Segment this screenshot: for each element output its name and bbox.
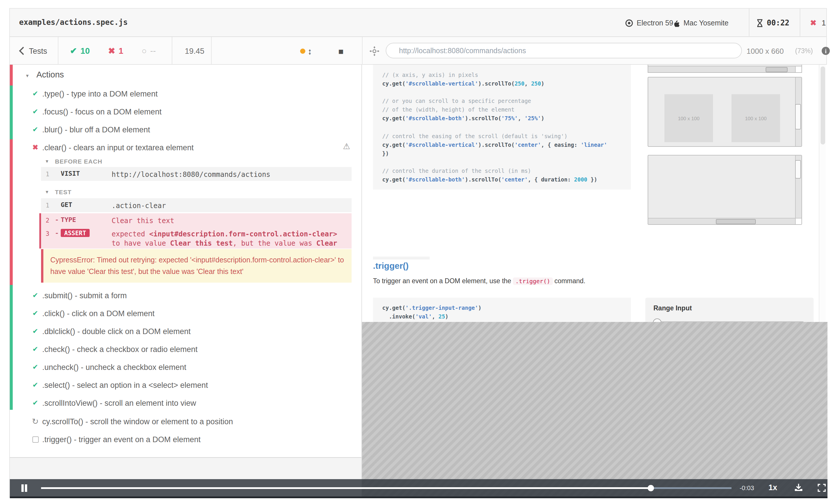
cypress-runner-frame: examples/actions.spec.js Electron 59 Mac…: [9, 8, 827, 498]
check-icon: ✔: [30, 291, 40, 299]
test-item[interactable]: ✔.type() - type into a DOM element: [10, 86, 361, 102]
playback-speed-button[interactable]: 1x: [769, 483, 777, 492]
failures-badge[interactable]: ✖ 1: [810, 9, 826, 37]
spec-title: examples/actions.spec.js: [19, 18, 128, 26]
pending-count: --: [150, 46, 156, 56]
pause-icon[interactable]: [21, 484, 23, 491]
browser-label: Electron 59: [637, 19, 673, 27]
pending-checkbox-icon: [33, 436, 39, 443]
test-item[interactable]: ✔.blur() - blur off a DOM element: [10, 121, 361, 138]
command-row[interactable]: 3-ASSERTexpected <input#description.form…: [39, 227, 351, 249]
scrollbar-thumb[interactable]: [795, 160, 801, 178]
command-number: 1: [46, 202, 49, 209]
viewport-info-button[interactable]: i: [822, 37, 830, 65]
test-title: .clear() - clears an input or textarea e…: [42, 143, 194, 152]
time-remaining: -0:03: [739, 484, 754, 491]
seek-bar-remaining[interactable]: [654, 487, 732, 489]
dashboard-video-page: examples/actions.spec.js Electron 59 Mac…: [0, 0, 835, 504]
scrollbar-thumb[interactable]: [820, 66, 825, 145]
test-title: .dblclick() - double click on a DOM elem…: [42, 327, 190, 336]
faded-divider: [373, 257, 430, 259]
runner-header: examples/actions.spec.js Electron 59 Mac…: [10, 9, 826, 37]
stop-button[interactable]: ■: [338, 37, 344, 65]
aut-scrollbar[interactable]: [819, 65, 826, 322]
test-item[interactable]: ✖.clear() - clears an input or textarea …: [10, 139, 361, 155]
test-item[interactable]: ✔.uncheck() - uncheck a checkbox element: [10, 359, 361, 375]
autoscroll-toggle[interactable]: ↕: [300, 37, 312, 65]
command-message: .action-clear: [111, 201, 343, 210]
fullscreen-button[interactable]: [818, 484, 826, 492]
pause-icon[interactable]: [25, 484, 27, 491]
scrollbar-thumb[interactable]: [795, 104, 801, 129]
command-row[interactable]: 1GET.action-clear: [41, 198, 351, 212]
vertical-scrollbar[interactable]: [795, 155, 801, 218]
viewport-size: 1000 x 660: [747, 37, 784, 65]
url-input[interactable]: http://localhost:8080/commands/actions: [386, 43, 742, 58]
test-reporter-panel: ▾ Actions ✔.type() - type into a DOM ele…: [10, 65, 362, 498]
test-title: .check() - check a checkbox or radio ele…: [42, 345, 198, 353]
check-icon: ✔: [30, 327, 40, 335]
browser-badge[interactable]: Electron 59: [625, 9, 673, 37]
stop-icon: ■: [338, 46, 344, 56]
passed-stat[interactable]: ✔ 10: [70, 37, 90, 65]
failed-stat[interactable]: ✖ 1: [108, 37, 123, 65]
test-item[interactable]: ↻cy.scrollTo() - scroll the window or el…: [10, 413, 361, 429]
suite-actions[interactable]: ▾ Actions: [10, 69, 361, 83]
seek-bar-played[interactable]: [41, 487, 649, 489]
circle-icon: ○: [142, 46, 147, 56]
orange-dot-icon: [300, 48, 305, 54]
test-title: cy.scrollTo() - scroll the window or ele…: [42, 417, 233, 426]
test-title: .blur() - blur off a DOM element: [42, 125, 150, 134]
selector-playground-button[interactable]: [369, 37, 379, 65]
back-to-tests-button[interactable]: Tests: [20, 37, 47, 65]
app-under-test-panel: // (x axis, y axis) in pixels cy.get('#s…: [362, 65, 828, 498]
error-message[interactable]: CypressError: Timed out retrying: expect…: [41, 249, 351, 282]
passed-count: 10: [80, 46, 89, 56]
inline-code: .trigger(): [513, 277, 552, 285]
test-item[interactable]: ✔.focus() - focus on a DOM element: [10, 103, 361, 120]
duration-stat: 19.45: [178, 37, 211, 65]
scrollbar-corner: [795, 66, 801, 72]
spinner-icon: ↻: [30, 417, 40, 426]
test-item[interactable]: ✔.submit() - submit a form: [10, 287, 361, 303]
url-text: http://localhost:8080/commands/actions: [399, 46, 526, 55]
horizontal-scrollbar[interactable]: [648, 66, 801, 72]
scrollbar-thumb[interactable]: [716, 219, 756, 224]
seek-knob[interactable]: [648, 485, 654, 491]
check-icon: ✔: [30, 89, 40, 98]
trigger-section-heading[interactable]: .trigger(): [373, 261, 409, 271]
collapse-triangle-icon: ▾: [46, 189, 48, 195]
test-item[interactable]: .trigger() - trigger an event on a DOM e…: [10, 431, 361, 447]
pending-stat[interactable]: ○ --: [142, 37, 156, 65]
test-item[interactable]: ✔.check() - check a checkbox or radio el…: [10, 341, 361, 357]
command-row[interactable]: 2-TYPEClear this text: [39, 213, 351, 227]
test-item[interactable]: ✔.select() - select an option in a <sele…: [10, 377, 361, 393]
header-divider: [749, 9, 749, 37]
viewport-scale: (73%): [795, 37, 813, 65]
command-dash: -: [55, 216, 59, 224]
check-icon: ✔: [30, 363, 40, 371]
letterbox-hatch-area: [362, 322, 828, 498]
command-name: TYPE: [61, 216, 76, 224]
state-strip-failed: [10, 139, 13, 285]
test-item[interactable]: ✔.dblclick() - double click on a DOM ele…: [10, 323, 361, 339]
download-button[interactable]: [794, 483, 803, 492]
toolbar-divider: [172, 37, 172, 65]
chevron-left-icon: [19, 47, 27, 55]
test-title: .submit() - submit a form: [42, 291, 127, 300]
toolbar-divider: [211, 37, 212, 65]
vertical-scrollbar[interactable]: [795, 78, 801, 146]
failure-x-icon: ✖: [810, 19, 816, 27]
hook-test-label: TEST: [55, 188, 72, 195]
assert-badge: ASSERT: [61, 229, 89, 237]
test-title: .select() - select an option in a <selec…: [42, 381, 208, 389]
check-icon: ✔: [70, 46, 77, 56]
panel-divider: [362, 37, 363, 65]
test-item[interactable]: ✔.click() - click on a DOM element: [10, 305, 361, 321]
horizontal-scrollbar[interactable]: [648, 218, 801, 224]
scrollbar-thumb[interactable]: [766, 67, 788, 72]
test-item[interactable]: ✔.scrollIntoView() - scroll an element i…: [10, 395, 361, 411]
command-row[interactable]: 1VISIThttp://localhost:8080/commands/act…: [41, 167, 351, 181]
x-icon: ✖: [30, 143, 40, 151]
failed-count: 1: [119, 46, 123, 56]
